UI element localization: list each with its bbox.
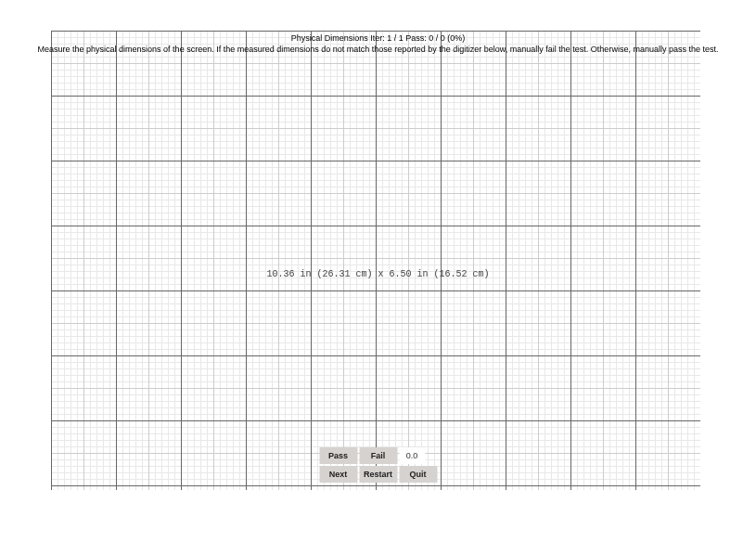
header: Physical Dimensions Iter: 1 / 1 Pass: 0 … — [0, 33, 756, 55]
measurement-grid — [51, 31, 700, 490]
fail-button[interactable]: Fail — [359, 447, 397, 464]
grid-major — [51, 31, 700, 490]
counter-display: 0.0 — [399, 447, 425, 464]
measurement-readout: 10.36 in (26.31 cm) x 6.50 in (16.52 cm) — [0, 269, 756, 279]
title-line: Physical Dimensions Iter: 1 / 1 Pass: 0 … — [0, 33, 756, 45]
quit-button[interactable]: Quit — [399, 466, 437, 483]
control-bar: Pass Fail 0.0 Next Restart Quit — [319, 447, 437, 483]
instruction-line: Measure the physical dimensions of the s… — [0, 45, 756, 56]
pass-button[interactable]: Pass — [319, 447, 357, 464]
restart-button[interactable]: Restart — [359, 466, 397, 483]
next-button[interactable]: Next — [319, 466, 357, 483]
